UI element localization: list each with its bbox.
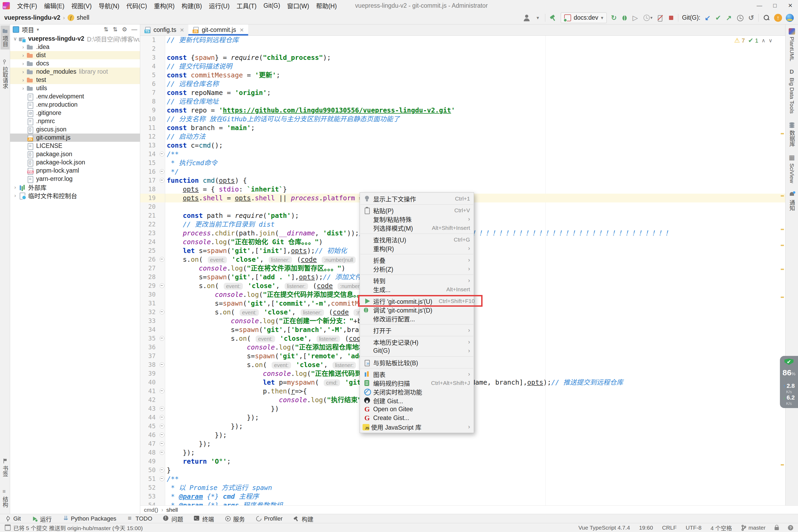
tree-item[interactable]: .gitignore bbox=[10, 109, 140, 117]
tree-item[interactable]: yarn-error.log bbox=[10, 175, 140, 183]
expand-all-icon[interactable]: ⇅ bbox=[103, 26, 108, 33]
menu-bar-item[interactable]: 代码(C) bbox=[123, 0, 151, 11]
tree-item[interactable]: ∨vuepress-lingdu-v2D:\项目空间\博客\vuepress-l bbox=[10, 35, 140, 43]
stripe-item-书签[interactable]: 书签 bbox=[1, 455, 10, 479]
code-line[interactable]: 17function cmd(opts) { bbox=[140, 176, 785, 185]
code-line[interactable]: 11const branch = 'main'; bbox=[140, 124, 785, 132]
tree-item[interactable]: .env.production bbox=[10, 100, 140, 109]
context-menu-item[interactable]: 查找用法(U)Ctrl+G bbox=[360, 235, 474, 244]
tree-chevron-icon[interactable]: › bbox=[20, 61, 26, 66]
context-menu-item[interactable]: 显示上下文操作Ctrl+1 bbox=[360, 194, 474, 203]
project-panel-title[interactable]: 项目 bbox=[22, 25, 34, 34]
inspections-widget[interactable]: ⚠ 7 ✔ 1 ∧ ∨ bbox=[732, 37, 775, 44]
tree-item[interactable]: package.json bbox=[10, 150, 140, 158]
code-line[interactable]: 52 * 以 Promise 方式运行 spawn bbox=[140, 483, 785, 492]
stripe-item-拉取请求[interactable]: 拉取请求 bbox=[1, 56, 10, 92]
code-line[interactable]: 51/** bbox=[140, 475, 785, 483]
profiler-icon[interactable]: ▾ bbox=[642, 14, 652, 22]
warning-stripe-mark[interactable] bbox=[781, 245, 784, 246]
chevron-down-icon[interactable]: ▾ bbox=[534, 14, 541, 22]
menu-bar-item[interactable]: 文件(F) bbox=[14, 0, 40, 11]
menu-bar-item[interactable]: 帮助(H) bbox=[312, 0, 340, 11]
lock-icon[interactable] bbox=[775, 527, 779, 530]
code-line[interactable]: 12// 启动方法 bbox=[140, 132, 785, 141]
tree-item[interactable]: giscus.json bbox=[10, 125, 140, 134]
toolwindow-问题[interactable]: 问题 bbox=[163, 514, 183, 523]
fold-marker-icon[interactable] bbox=[159, 255, 165, 264]
tree-item[interactable]: .npmrc bbox=[10, 117, 140, 125]
tree-chevron-icon[interactable]: ∨ bbox=[12, 36, 19, 42]
help-icon[interactable]: ? bbox=[788, 525, 793, 530]
settings-icon[interactable]: ⚙ bbox=[122, 26, 127, 33]
minimize-icon[interactable]: — bbox=[752, 0, 767, 11]
tree-item[interactable]: pnpm-lock.yaml bbox=[10, 167, 140, 175]
tree-item[interactable]: ›外部库 bbox=[10, 183, 140, 191]
stop-icon[interactable] bbox=[668, 14, 674, 22]
warning-stripe-mark[interactable] bbox=[781, 229, 784, 230]
stripe-item-Big Data Tools[interactable]: Big Data Tools bbox=[789, 69, 795, 114]
close-icon[interactable]: ✕ bbox=[783, 0, 798, 11]
tree-item[interactable]: ›node_moduleslibrary root bbox=[10, 68, 140, 76]
code-line[interactable]: 48 }); bbox=[140, 448, 785, 457]
rollback-icon[interactable]: ↺ bbox=[748, 14, 755, 22]
context-menu-item[interactable]: 与剪贴板比较(B) bbox=[360, 358, 474, 367]
context-menu-item[interactable]: GCreate Gist... bbox=[360, 414, 474, 422]
code-line[interactable]: 50} bbox=[140, 466, 785, 475]
code-line[interactable]: 9const repo = 'https://github.com/lingdu… bbox=[140, 106, 785, 115]
stripe-item-数据库[interactable]: 数据库 bbox=[788, 121, 796, 147]
context-menu-item[interactable]: 编码规约扫描Ctrl+Alt+Shift+J bbox=[360, 379, 474, 387]
context-menu-item[interactable]: 本地历史记录(H)› bbox=[360, 338, 474, 346]
toolwindow-Profiler[interactable]: Profiler bbox=[255, 515, 283, 522]
context-menu-item[interactable]: 分析(Z)› bbox=[360, 264, 474, 273]
warning-stripe-mark[interactable] bbox=[781, 269, 784, 270]
fold-marker-icon[interactable] bbox=[159, 439, 165, 448]
chevron-down-icon[interactable]: ▾ bbox=[37, 27, 39, 33]
code-line[interactable]: 53 * @param {*} cmd 主程序 bbox=[140, 492, 785, 501]
code-line[interactable]: 10// 分支名称 放在GitHub上的话可以与主分支区别开就能开启静态页面功能… bbox=[140, 115, 785, 124]
push-orange-icon[interactable]: ↑ bbox=[774, 14, 782, 22]
commit-icon[interactable]: ✔ bbox=[715, 14, 722, 22]
menu-bar-item[interactable]: 视图(V) bbox=[68, 0, 95, 11]
tree-item[interactable]: ›dist bbox=[10, 51, 140, 59]
stripe-item-通知[interactable]: 通知 bbox=[788, 191, 796, 211]
close-icon[interactable]: ✕ bbox=[180, 27, 184, 33]
context-menu-item[interactable]: 复制/粘贴特殊› bbox=[360, 215, 474, 224]
stripe-item-PlantUML[interactable]: PlantUML bbox=[789, 28, 795, 61]
code-line[interactable]: 15 * 执行cmd命令 bbox=[140, 158, 785, 167]
warning-stripe-mark[interactable] bbox=[781, 464, 784, 466]
tree-item[interactable]: ›.idea bbox=[10, 43, 140, 51]
tree-chevron-icon[interactable]: › bbox=[20, 52, 26, 58]
fold-marker-icon[interactable] bbox=[159, 387, 165, 396]
toolwindow-TODO[interactable]: TODO bbox=[127, 515, 152, 522]
context-menu-item[interactable]: 折叠› bbox=[360, 255, 474, 264]
code-line[interactable]: 5const commitMessage = '更新'; bbox=[140, 71, 785, 79]
breadcrumb-function[interactable]: cmd() bbox=[144, 507, 158, 513]
code-line[interactable]: 16 */ bbox=[140, 167, 785, 176]
tree-chevron-icon[interactable]: › bbox=[12, 184, 19, 190]
tree-chevron-icon[interactable]: › bbox=[20, 44, 26, 50]
context-menu-item[interactable]: GOpen on Gitee bbox=[360, 405, 474, 414]
code-line[interactable]: 13const c=cmd(); bbox=[140, 141, 785, 150]
editor-scrollbar[interactable] bbox=[780, 36, 785, 506]
code-line[interactable]: 49 return 'O°'; bbox=[140, 457, 785, 466]
menu-bar-item[interactable]: 工具(T) bbox=[233, 0, 260, 11]
tree-chevron-icon[interactable]: › bbox=[20, 69, 26, 75]
status-item[interactable]: Vue TypeScript 4.7.4 bbox=[578, 525, 630, 531]
next-problem-icon[interactable]: ∨ bbox=[768, 37, 773, 44]
update-icon[interactable]: ↙ bbox=[704, 14, 711, 22]
warning-stripe-mark[interactable] bbox=[781, 133, 784, 134]
tree-item[interactable]: LICENSE bbox=[10, 142, 140, 150]
toolwindow-Python Packages[interactable]: Python Packages bbox=[62, 515, 116, 522]
toolwindow-服务[interactable]: 服务 bbox=[225, 514, 245, 523]
context-menu-item[interactable]: 生成...Alt+Insert bbox=[360, 285, 474, 294]
menu-bar-item[interactable]: 重构(R) bbox=[151, 0, 178, 11]
stripe-item-项目[interactable]: 项目 bbox=[1, 25, 10, 50]
fold-marker-icon[interactable] bbox=[159, 167, 165, 176]
context-menu-item[interactable]: 创建 Gist... bbox=[360, 396, 474, 405]
fold-marker-icon[interactable] bbox=[159, 413, 165, 422]
tab-config.ts[interactable]: config.ts✕ bbox=[140, 24, 188, 35]
fold-marker-icon[interactable] bbox=[159, 176, 165, 185]
code-line[interactable]: 47 }); bbox=[140, 439, 785, 448]
prev-problem-icon[interactable]: ∧ bbox=[762, 37, 765, 44]
debug-icon[interactable] bbox=[621, 14, 628, 22]
